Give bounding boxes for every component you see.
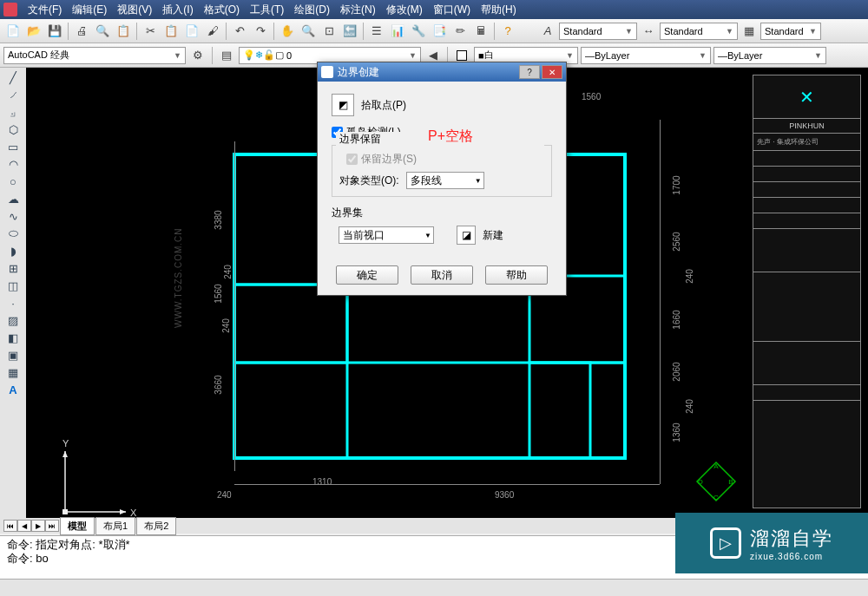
close-icon[interactable]: ✕ [542, 65, 562, 79]
props-icon[interactable]: ☰ [367, 22, 386, 41]
block-icon[interactable]: ◫ [3, 278, 23, 293]
menu-view[interactable]: 视图(V) [112, 3, 157, 17]
titleblock-row [753, 167, 860, 182]
hatch-icon[interactable]: ▨ [3, 312, 23, 328]
menu-dimension[interactable]: 标注(N) [335, 3, 381, 17]
svg-rect-6 [529, 363, 590, 458]
dim-label: 1360 [672, 422, 681, 442]
command-input[interactable]: bo [36, 552, 48, 565]
tablestyle-combo[interactable]: Standard▼ [760, 23, 821, 40]
titleblock-row [753, 213, 860, 229]
textstyle-icon[interactable]: A [538, 22, 557, 41]
play-icon: ▷ [710, 527, 741, 559]
pline-icon[interactable]: ⟓ [3, 104, 23, 120]
dim-label: 240 [685, 269, 694, 284]
zoom-rt-icon[interactable]: 🔍 [299, 22, 318, 41]
spline-icon[interactable]: ∿ [3, 208, 23, 224]
boundary-creation-dialog: 边界创建 ? ✕ ◩ 拾取点(P) 孤岛检测(L) 边界保留 保留边界(S) 对… [317, 62, 567, 296]
open-icon[interactable]: 📂 [24, 22, 43, 41]
tab-layout1[interactable]: 布局1 [95, 517, 135, 535]
menu-modify[interactable]: 修改(M) [381, 3, 428, 17]
menu-insert[interactable]: 插入(I) [157, 3, 198, 17]
copy-icon[interactable]: 📋 [161, 22, 181, 41]
dialog-titlebar[interactable]: 边界创建 ? ✕ [318, 62, 566, 82]
tp-icon[interactable]: 🔧 [409, 22, 428, 41]
arc-icon[interactable]: ◠ [3, 156, 23, 172]
help-button[interactable]: 帮助 [485, 265, 548, 285]
menu-draw[interactable]: 绘图(D) [289, 3, 335, 17]
insert-icon[interactable]: ⊞ [3, 260, 23, 276]
dimstyle-combo[interactable]: Standard▼ [660, 23, 738, 40]
circle-icon[interactable]: ○ [3, 174, 23, 189]
rect-icon[interactable]: ▭ [3, 139, 23, 154]
polygon-icon[interactable]: ⬡ [3, 121, 23, 137]
menu-edit[interactable]: 编辑(E) [67, 3, 112, 17]
paste-icon[interactable]: 📄 [182, 22, 201, 41]
badge-name: 溜溜自学 [750, 526, 833, 552]
dim-extension [234, 141, 235, 471]
tab-last-icon[interactable]: ⏭ [45, 520, 59, 532]
new-icon[interactable]: 📄 [3, 22, 23, 41]
ssm-icon[interactable]: 📑 [430, 22, 449, 41]
pan-icon[interactable]: ✋ [278, 22, 297, 41]
pick-points-button[interactable]: ◩ [332, 94, 354, 116]
object-type-combo[interactable]: 多段线▼ [406, 172, 484, 189]
linetype-combo[interactable]: — ByLayer▼ [581, 47, 711, 64]
menu-file[interactable]: 文件(F) [23, 3, 67, 17]
markup-icon[interactable]: ✏ [450, 22, 470, 41]
tab-layout2[interactable]: 布局2 [136, 517, 176, 535]
textstyle-combo[interactable]: Standard▼ [559, 23, 637, 40]
tab-first-icon[interactable]: ⏮ [3, 520, 17, 532]
svg-marker-17 [62, 451, 68, 457]
cut-icon[interactable]: ✂ [141, 22, 160, 41]
lineweight-combo[interactable]: — ByLayer▼ [713, 47, 826, 64]
publish-icon[interactable]: 📋 [114, 22, 133, 41]
zoom-win-icon[interactable]: ⊡ [319, 22, 339, 41]
tab-prev-icon[interactable]: ◀ [17, 520, 31, 532]
command-prompt: 命令: [7, 552, 33, 565]
ws-settings-icon[interactable]: ⚙ [188, 46, 207, 65]
new-boundary-set-button[interactable]: ◪ [457, 226, 476, 245]
region-icon[interactable]: ▣ [3, 347, 23, 363]
ellipse-icon[interactable]: ⬭ [3, 226, 23, 241]
tab-model[interactable]: 模型 [60, 517, 95, 535]
tab-next-icon[interactable]: ▶ [31, 520, 45, 532]
boundary-set-combo[interactable]: 当前视口▼ [339, 226, 434, 244]
zoom-prev-icon[interactable]: 🔙 [340, 22, 359, 41]
tablestyle-icon[interactable]: ▦ [740, 22, 759, 41]
ok-button[interactable]: 确定 [336, 265, 398, 285]
line-icon[interactable]: ╱ [3, 69, 23, 85]
svg-text:A: A [713, 462, 719, 470]
mtext-icon[interactable]: A [3, 382, 23, 397]
gradient-icon[interactable]: ◧ [3, 330, 23, 345]
redo-icon[interactable]: ↷ [251, 22, 270, 41]
cancel-button[interactable]: 取消 [411, 265, 473, 285]
dc-icon[interactable]: 📊 [388, 22, 407, 41]
svg-text:D: D [698, 478, 703, 486]
menu-tools[interactable]: 工具(T) [245, 3, 289, 17]
undo-icon[interactable]: ↶ [230, 22, 249, 41]
titleblock-row [753, 182, 860, 198]
menu-window[interactable]: 窗口(W) [428, 3, 476, 17]
print-icon[interactable]: 🖨 [72, 22, 91, 41]
point-icon[interactable]: · [3, 295, 23, 311]
layer-manager-icon[interactable]: ▤ [217, 46, 236, 65]
ellipse-arc-icon[interactable]: ◗ [3, 243, 23, 259]
table-icon[interactable]: ▦ [3, 364, 23, 380]
menu-format[interactable]: 格式(O) [199, 3, 245, 17]
revcloud-icon[interactable]: ☁ [3, 191, 23, 206]
preview-icon[interactable]: 🔍 [93, 22, 112, 41]
dimstyle-icon[interactable]: ↔ [639, 22, 658, 41]
menu-help[interactable]: 帮助(H) [476, 3, 522, 17]
dialog-help-icon[interactable]: ? [519, 65, 540, 79]
xline-icon[interactable]: ⟋ [3, 87, 23, 102]
dim-label: 2060 [672, 362, 681, 381]
dim-label: 1660 [672, 310, 681, 329]
pick-points-label[interactable]: 拾取点(P) [361, 98, 406, 113]
calc-icon[interactable]: 🖩 [471, 22, 490, 41]
titleblock-row [753, 229, 860, 272]
help-icon[interactable]: ? [498, 22, 517, 41]
workspace-combo[interactable]: AutoCAD 经典▼ [3, 47, 186, 64]
match-icon[interactable]: 🖌 [203, 22, 222, 41]
save-icon[interactable]: 💾 [45, 22, 64, 41]
